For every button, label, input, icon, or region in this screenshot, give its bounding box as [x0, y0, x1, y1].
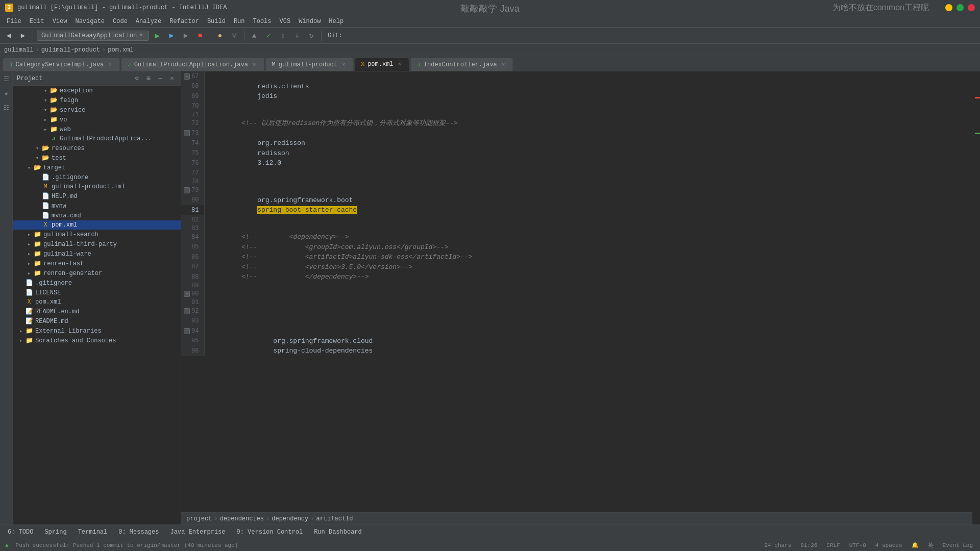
code-breadcrumb-item-artifactId[interactable]: artifactId — [316, 515, 353, 522]
bottom-tab-0--messages[interactable]: 0: Messages — [113, 528, 164, 537]
line-content[interactable]: spring-cloud-dependencies — [204, 346, 972, 356]
line-content[interactable]: org.redisson — [204, 138, 972, 148]
tree-item-gulimall-product.iml[interactable]: Mgulimall-product.iml — [13, 182, 181, 191]
line-content[interactable] — [204, 299, 972, 306]
line-content[interactable]: jedis — [204, 91, 972, 102]
line-content[interactable]: <!-- <groupId>com.aliyun.oss</groupId>--… — [204, 242, 972, 253]
line-content[interactable]: redisson — [204, 148, 972, 159]
tree-item-renren-fast[interactable]: ▸📁renren-fast — [13, 259, 181, 268]
fold-button[interactable]: − — [184, 187, 190, 193]
tree-item-vo[interactable]: ▸📁vo — [13, 115, 181, 124]
pull-button[interactable]: ⇩ — [291, 30, 303, 42]
line-content[interactable]: <!-- </dependency>--> — [204, 272, 972, 282]
tree-item-exception[interactable]: ▾📂exception — [13, 86, 181, 95]
line-content[interactable]: org.springframework.boot — [204, 195, 972, 206]
build-module-button[interactable]: ▽ — [228, 30, 240, 42]
run-button[interactable]: ▶ — [151, 30, 163, 42]
project-toggle-button[interactable]: ☰ — [1, 74, 11, 84]
line-content[interactable]: <!-- <version>3.5.0</version>--> — [204, 262, 972, 272]
file-tree[interactable]: ▾📂exception▾📂feign▾📂service▸📁vo▸📁webJGul… — [13, 86, 181, 524]
menu-item-edit[interactable]: Edit — [26, 17, 48, 26]
line-content[interactable] — [204, 326, 972, 336]
line-content[interactable]: redis.clients — [204, 82, 972, 92]
tab-pom.xml[interactable]: Xpom.xml× — [355, 58, 410, 71]
stop-button[interactable]: ■ — [194, 30, 206, 42]
minimize-button[interactable] — [945, 4, 952, 11]
push-button[interactable]: ⇧ — [277, 30, 289, 42]
menu-item-code[interactable]: Code — [109, 17, 132, 26]
menu-item-vcs[interactable]: VCS — [276, 17, 295, 26]
line-content[interactable]: org.springframework.cloud — [204, 336, 972, 346]
tree-item-license[interactable]: 📄LICENSE — [13, 288, 181, 297]
notifications-button[interactable]: 🔔 — [910, 542, 921, 548]
tab-close-button[interactable]: × — [500, 61, 507, 68]
line-content[interactable] — [204, 168, 972, 179]
line-content[interactable]: <!-- 以后使用redisson作为所有分布式锁，分布式对象等功能框架--> — [204, 118, 972, 129]
breadcrumb-pom[interactable]: pom.xml — [108, 46, 133, 54]
run-with-coverage-button[interactable]: ▶ — [180, 30, 192, 42]
char-count[interactable]: 24 chars — [763, 542, 794, 548]
build-button[interactable]: ● — [214, 30, 226, 42]
menu-item-analyze[interactable]: Analyze — [132, 17, 165, 26]
run-configuration-selector[interactable]: GulimallGatewayApplication ▼ — [37, 31, 149, 41]
panel-settings-button[interactable]: ⚙ — [132, 74, 141, 83]
bottom-tab-run-dashboard[interactable]: Run Dashboard — [309, 528, 367, 537]
tree-item-mvnw[interactable]: 📄mvnw — [13, 201, 181, 211]
bottom-tab-9--version-control[interactable]: 9: Version Control — [232, 528, 308, 537]
line-content[interactable] — [204, 129, 972, 139]
panel-collapse-button[interactable]: — — [156, 74, 165, 83]
fold-button[interactable]: − — [184, 73, 190, 80]
event-log-button[interactable]: Event Log — [941, 542, 975, 548]
line-content[interactable] — [204, 306, 972, 316]
tree-item-help.md[interactable]: 📄HELP.md — [13, 191, 181, 201]
tab-close-button[interactable]: × — [251, 61, 258, 68]
menu-item-tools[interactable]: Tools — [249, 17, 276, 26]
line-content[interactable] — [204, 71, 972, 82]
tab-close-button[interactable]: × — [107, 61, 113, 68]
indent-info[interactable]: 4 spaces — [873, 542, 904, 548]
line-content[interactable] — [204, 102, 972, 112]
menu-item-build[interactable]: Build — [203, 17, 230, 26]
line-content[interactable] — [204, 215, 972, 226]
bottom-tab-java-enterprise[interactable]: Java Enterprise — [165, 528, 230, 537]
fold-button[interactable]: − — [184, 328, 190, 334]
tree-item-gulimallproductapplica...[interactable]: JGulimallProductApplica... — [13, 134, 181, 143]
menu-item-navigate[interactable]: Navigate — [71, 17, 109, 26]
bottom-tab-spring[interactable]: Spring — [39, 528, 71, 537]
panel-expand-button[interactable]: ⊞ — [144, 74, 153, 83]
tree-item-gulimall-search[interactable]: ▸📁gulimall-search — [13, 230, 181, 239]
fold-button[interactable]: − — [184, 291, 190, 297]
menu-item-refactor[interactable]: Refactor — [165, 17, 203, 26]
tab-close-button[interactable]: × — [340, 61, 347, 68]
line-content[interactable] — [204, 185, 972, 195]
tree-item-.gitignore[interactable]: 📄.gitignore — [13, 172, 181, 182]
vcs-button[interactable]: ▲ — [248, 30, 260, 42]
breadcrumb-product[interactable]: gulimall-product — [41, 46, 100, 54]
close-button[interactable] — [968, 4, 975, 11]
tree-item-test[interactable]: ▾📂test — [13, 153, 181, 163]
fold-button[interactable]: − — [184, 308, 190, 314]
maximize-button[interactable] — [957, 4, 964, 11]
tree-item-scratches-and-consoles[interactable]: ▸📁Scratches and Consoles — [13, 336, 181, 345]
tree-item-service[interactable]: ▾📂service — [13, 105, 181, 115]
menu-item-run[interactable]: Run — [230, 17, 249, 26]
commit-button[interactable]: ✓ — [262, 30, 275, 42]
push-status[interactable]: Push successful: Pushed 1 commit to orig… — [14, 542, 240, 548]
code-breadcrumb-item-dependencies[interactable]: dependencies — [220, 515, 264, 522]
menu-item-view[interactable]: View — [48, 17, 71, 26]
menu-item-help[interactable]: Help — [325, 17, 348, 26]
bottom-tab-terminal[interactable]: Terminal — [73, 528, 113, 537]
menu-item-file[interactable]: File — [3, 17, 26, 26]
tree-item-pom.xml[interactable]: Xpom.xml — [13, 297, 181, 307]
tree-item-gulimall-third-party[interactable]: ▸📁gulimall-third-party — [13, 239, 181, 249]
line-content[interactable]: 3.12.0 — [204, 158, 972, 168]
tree-item-readme.md[interactable]: 📝README.md — [13, 316, 181, 326]
bottom-tab-6--todo[interactable]: 6: TODO — [3, 528, 38, 537]
tab-gulimallproductapplication.java[interactable]: JGulimallProductApplication.java× — [121, 58, 264, 71]
line-content[interactable] — [204, 282, 972, 289]
back-button[interactable]: ◀ — [3, 30, 15, 42]
line-content[interactable] — [204, 289, 972, 299]
line-content[interactable] — [204, 225, 972, 232]
encoding[interactable]: UTF-8 — [847, 542, 868, 548]
breadcrumb-gulimall[interactable]: gulimall — [4, 46, 34, 54]
